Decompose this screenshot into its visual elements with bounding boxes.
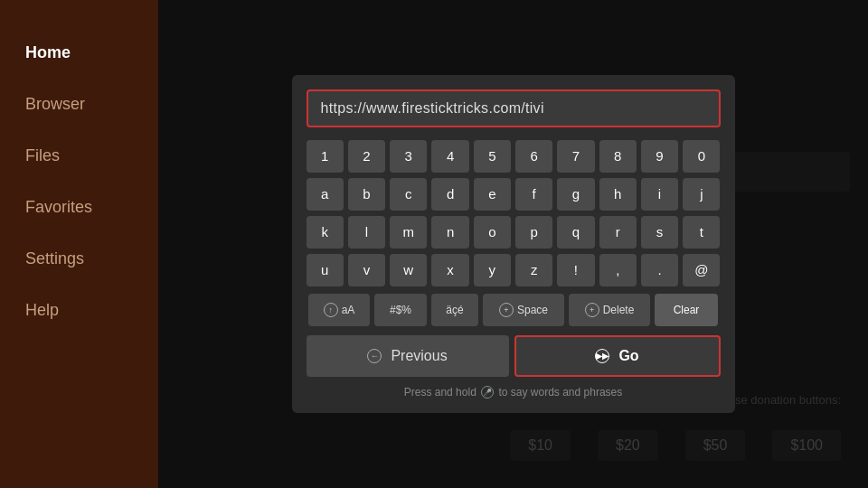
delete-key[interactable]: + Delete bbox=[569, 294, 650, 326]
special-row: ↑ aA #$% äçé + Space + Delet bbox=[307, 294, 721, 326]
key-q[interactable]: q bbox=[557, 216, 594, 249]
url-input-wrapper[interactable]: https://www.firesticktricks.com/tivi bbox=[307, 89, 721, 127]
key-z[interactable]: z bbox=[515, 254, 552, 286]
go-button[interactable]: ▶▶ Go bbox=[514, 335, 721, 377]
accent-key[interactable]: äçé bbox=[431, 294, 478, 326]
sidebar-item-favorites[interactable]: Favorites bbox=[0, 182, 158, 233]
key-period[interactable]: . bbox=[641, 254, 678, 286]
keyboard: 1 2 3 4 5 6 7 8 9 0 a b c d e bbox=[307, 140, 721, 326]
key-w[interactable]: w bbox=[390, 254, 427, 286]
key-1[interactable]: 1 bbox=[307, 140, 344, 173]
caps-circle-icon: ↑ bbox=[324, 303, 338, 317]
sidebar-item-files[interactable]: Files bbox=[0, 130, 158, 182]
url-input-text: https://www.firesticktricks.com/tivi bbox=[321, 100, 544, 116]
previous-circle-icon: ← bbox=[367, 349, 382, 363]
alpha-row-1: a b c d e f g h i j bbox=[307, 178, 721, 211]
key-k[interactable]: k bbox=[307, 216, 344, 249]
sidebar-item-help[interactable]: Help bbox=[0, 285, 158, 336]
number-row: 1 2 3 4 5 6 7 8 9 0 bbox=[307, 140, 721, 173]
key-e[interactable]: e bbox=[474, 178, 511, 211]
key-y[interactable]: y bbox=[474, 254, 511, 286]
key-8[interactable]: 8 bbox=[599, 140, 637, 173]
key-h[interactable]: h bbox=[599, 178, 637, 211]
key-o[interactable]: o bbox=[474, 216, 511, 249]
caps-key[interactable]: ↑ aA bbox=[308, 294, 370, 326]
key-m[interactable]: m bbox=[390, 216, 427, 249]
sidebar-item-settings[interactable]: Settings bbox=[0, 233, 158, 285]
key-p[interactable]: p bbox=[515, 216, 552, 249]
key-j[interactable]: j bbox=[683, 178, 720, 211]
sidebar-item-home[interactable]: Home bbox=[0, 27, 158, 79]
key-s[interactable]: s bbox=[641, 216, 678, 249]
key-n[interactable]: n bbox=[431, 216, 468, 249]
key-6[interactable]: 6 bbox=[515, 140, 552, 173]
alpha-row-3: u v w x y z ! , . @ bbox=[307, 254, 721, 286]
hash-key[interactable]: #$% bbox=[374, 294, 427, 326]
key-v[interactable]: v bbox=[348, 254, 385, 286]
key-r[interactable]: r bbox=[599, 216, 637, 249]
sidebar: Home Browser Files Favorites Settings He… bbox=[0, 0, 158, 488]
key-5[interactable]: 5 bbox=[474, 140, 511, 173]
key-i[interactable]: i bbox=[641, 178, 678, 211]
key-c[interactable]: c bbox=[390, 178, 427, 211]
key-d[interactable]: d bbox=[431, 178, 468, 211]
key-comma[interactable]: , bbox=[599, 254, 637, 286]
bottom-buttons: ← Previous ▶▶ Go bbox=[307, 335, 721, 377]
space-key[interactable]: + Space bbox=[483, 294, 564, 326]
key-f[interactable]: f bbox=[515, 178, 552, 211]
key-x[interactable]: x bbox=[431, 254, 468, 286]
key-2[interactable]: 2 bbox=[348, 140, 385, 173]
key-exclaim[interactable]: ! bbox=[557, 254, 594, 286]
key-3[interactable]: 3 bbox=[390, 140, 427, 173]
key-l[interactable]: l bbox=[348, 216, 385, 249]
modal-overlay: https://www.firesticktricks.com/tivi 1 2… bbox=[158, 0, 868, 488]
key-g[interactable]: g bbox=[557, 178, 594, 211]
delete-circle-icon: + bbox=[585, 303, 599, 317]
keyboard-dialog: https://www.firesticktricks.com/tivi 1 2… bbox=[292, 75, 735, 414]
hint-text: Press and hold 🎤 to say words and phrase… bbox=[307, 386, 721, 399]
key-at[interactable]: @ bbox=[683, 254, 720, 286]
space-circle-icon: + bbox=[499, 303, 514, 317]
key-0[interactable]: 0 bbox=[683, 140, 720, 173]
main-content: ase donation buttons: $10 $20 $50 $100 h… bbox=[158, 0, 868, 488]
alpha-row-2: k l m n o p q r s t bbox=[307, 216, 721, 249]
key-4[interactable]: 4 bbox=[431, 140, 468, 173]
key-t[interactable]: t bbox=[683, 216, 720, 249]
clear-key[interactable]: Clear bbox=[655, 294, 718, 326]
previous-button[interactable]: ← Previous bbox=[307, 335, 509, 377]
key-7[interactable]: 7 bbox=[557, 140, 594, 173]
key-a[interactable]: a bbox=[307, 178, 344, 211]
sidebar-item-browser[interactable]: Browser bbox=[0, 79, 158, 130]
go-circle-icon: ▶▶ bbox=[595, 349, 609, 363]
key-b[interactable]: b bbox=[348, 178, 385, 211]
mic-icon: 🎤 bbox=[481, 386, 494, 399]
key-9[interactable]: 9 bbox=[641, 140, 678, 173]
key-u[interactable]: u bbox=[307, 254, 344, 286]
